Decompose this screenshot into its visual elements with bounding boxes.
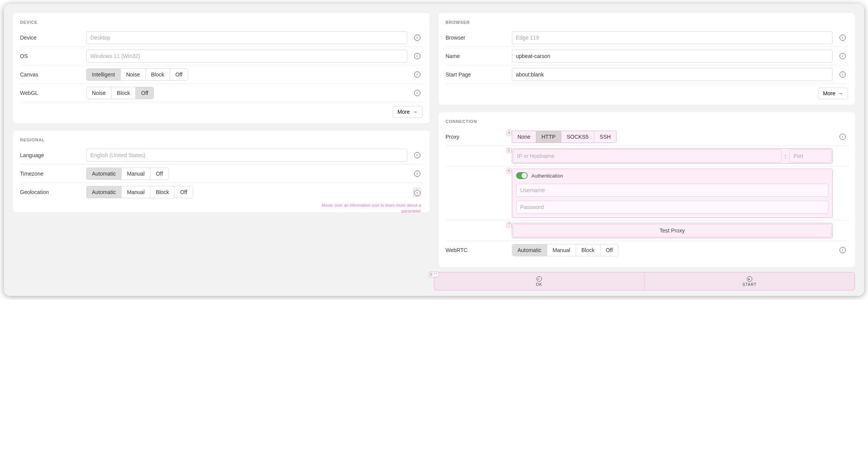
webrtc-opt-block[interactable]: Block	[576, 244, 600, 256]
proxy-opt-http[interactable]: HTTP	[536, 131, 561, 143]
app-window: DEVICE Device OS Canvas Intell	[4, 4, 864, 296]
arrow-right-icon: →	[412, 109, 418, 115]
webgl-seg: Noise Block Off	[86, 87, 154, 99]
timezone-opt-off[interactable]: Off	[150, 168, 168, 179]
canvas-opt-intelligent[interactable]: Intelligent	[87, 69, 121, 80]
webgl-opt-block[interactable]: Block	[112, 87, 136, 99]
webgl-field-label: WebGL	[20, 90, 82, 96]
auth-toggle[interactable]	[516, 172, 528, 179]
info-icon[interactable]	[414, 152, 420, 158]
info-icon[interactable]	[414, 190, 420, 196]
startpage-input[interactable]	[512, 68, 833, 81]
name-input[interactable]	[512, 50, 833, 63]
test-proxy-button[interactable]: Test Proxy	[513, 224, 832, 237]
tour-badge-8: 8 ˅˅	[429, 272, 439, 277]
geolocation-opt-block[interactable]: Block	[150, 186, 175, 198]
geolocation-field-label: Geolocation	[20, 189, 82, 195]
info-icon[interactable]	[414, 171, 420, 177]
arrow-right-icon: →	[838, 90, 843, 96]
browser-card: BROWSER Browser Name Start Page	[439, 13, 855, 105]
device-title: DEVICE	[20, 20, 423, 25]
proxy-password-input[interactable]	[516, 201, 829, 214]
auth-block: Authentication	[512, 169, 833, 218]
webrtc-opt-off[interactable]: Off	[600, 244, 618, 256]
browser-title: BROWSER	[446, 20, 848, 25]
browser-input[interactable]	[512, 31, 833, 44]
connection-title: CONNECTION	[446, 119, 848, 124]
proxy-field-label: Proxy	[446, 134, 507, 140]
auth-label: Authentication	[531, 173, 563, 179]
webgl-opt-off[interactable]: Off	[136, 87, 153, 99]
info-icon[interactable]	[840, 71, 846, 78]
regional-title: REGIONAL	[20, 138, 423, 142]
device-card: DEVICE Device OS Canvas Intell	[13, 13, 430, 123]
canvas-opt-block[interactable]: Block	[146, 69, 170, 80]
more-label: More	[398, 109, 410, 115]
timezone-opt-manual[interactable]: Manual	[122, 168, 150, 179]
proxy-seg: None HTTP SOCKS5 SSH	[512, 131, 617, 143]
os-input[interactable]	[86, 50, 407, 63]
proxy-username-input[interactable]	[516, 184, 829, 197]
info-hint: Hover over an information icon to learn …	[321, 202, 421, 214]
webrtc-field-label: WebRTC	[446, 247, 507, 253]
proxy-host-input[interactable]	[513, 149, 781, 163]
check-circle-icon	[536, 276, 542, 282]
canvas-seg: Intelligent Noise Block Off	[86, 68, 188, 81]
proxy-opt-socks5[interactable]: SOCKS5	[561, 131, 595, 143]
webrtc-seg: Automatic Manual Block Off	[512, 244, 619, 256]
start-button[interactable]: START	[645, 272, 855, 290]
name-field-label: Name	[446, 53, 507, 59]
info-icon[interactable]	[840, 35, 846, 41]
webrtc-opt-automatic[interactable]: Automatic	[512, 244, 547, 256]
footer-bar: 8 ˅˅ OK START	[434, 272, 855, 290]
webrtc-opt-manual[interactable]: Manual	[547, 244, 576, 256]
colon-sep: :	[785, 153, 786, 159]
browser-field-label: Browser	[446, 35, 507, 41]
info-icon[interactable]	[414, 90, 420, 96]
browser-more-button[interactable]: More →	[818, 88, 848, 99]
device-more-button[interactable]: More →	[393, 106, 423, 118]
timezone-opt-automatic[interactable]: Automatic	[87, 168, 122, 179]
startpage-field-label: Start Page	[446, 71, 507, 78]
tour-badge-4: 4	[506, 130, 512, 136]
timezone-field-label: Timezone	[20, 171, 82, 177]
left-column: DEVICE Device OS Canvas Intell	[13, 13, 430, 287]
canvas-field-label: Canvas	[20, 71, 82, 78]
language-field-label: Language	[20, 152, 82, 158]
language-input[interactable]	[86, 149, 407, 162]
device-field-label: Device	[20, 35, 82, 41]
tour-badge-6: 6	[506, 168, 512, 174]
canvas-opt-noise[interactable]: Noise	[121, 69, 146, 80]
proxy-port-input[interactable]	[789, 149, 831, 163]
info-icon[interactable]	[840, 53, 846, 59]
proxy-auth-label-spacer	[446, 169, 507, 173]
canvas-opt-off[interactable]: Off	[170, 69, 188, 80]
regional-card: REGIONAL Language Timezone Automatic Man…	[13, 131, 430, 212]
os-field-label: OS	[20, 53, 82, 59]
play-circle-icon	[747, 276, 752, 282]
device-input[interactable]	[86, 31, 407, 44]
info-icon[interactable]	[414, 35, 420, 41]
geolocation-opt-manual[interactable]: Manual	[122, 186, 150, 198]
proxy-opt-none[interactable]: None	[512, 131, 536, 143]
geolocation-opt-off[interactable]: Off	[175, 186, 192, 198]
tour-badge-7: 7	[506, 222, 512, 228]
info-highlight	[413, 188, 421, 197]
right-column: BROWSER Browser Name Start Page	[439, 13, 855, 287]
timezone-seg: Automatic Manual Off	[86, 168, 169, 180]
info-icon[interactable]	[414, 71, 420, 78]
start-label: START	[742, 282, 756, 287]
ok-label: OK	[536, 282, 542, 287]
info-icon[interactable]	[414, 53, 420, 59]
connection-card: CONNECTION Proxy 4 None HTTP SOCKS5 SSH	[439, 112, 855, 267]
info-icon[interactable]	[840, 134, 846, 140]
tour-badge-5: 5	[506, 148, 512, 153]
webgl-opt-noise[interactable]: Noise	[87, 87, 112, 99]
geolocation-opt-automatic[interactable]: Automatic	[87, 186, 122, 198]
footer: 8 ˅˅ OK START	[13, 272, 855, 290]
more-label: More	[823, 90, 835, 96]
proxy-opt-ssh[interactable]: SSH	[594, 131, 616, 143]
info-icon[interactable]	[840, 247, 846, 253]
ok-button[interactable]: OK	[434, 272, 645, 290]
geolocation-seg: Automatic Manual Block Off	[86, 186, 193, 198]
